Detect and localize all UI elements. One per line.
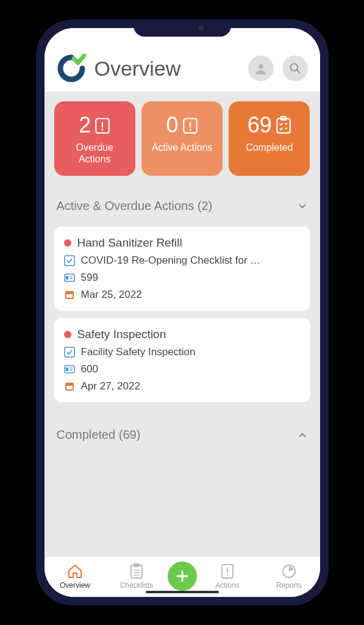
checkbox-icon	[64, 347, 75, 358]
home-indicator	[146, 591, 219, 593]
checklist-icon	[276, 116, 291, 134]
alert-icon	[95, 116, 110, 134]
svg-rect-15	[66, 276, 68, 280]
action-title: Hand Sanitizer Refill	[77, 236, 182, 250]
reports-icon	[280, 563, 298, 580]
stat-overdue-label: Overdue Actions	[59, 142, 130, 165]
section-completed-header[interactable]: Completed (69)	[54, 423, 310, 447]
phone-screen: Overview	[45, 28, 320, 597]
action-checklist: COVID-19 Re-Opening Checklist for …	[81, 255, 261, 267]
svg-rect-23	[65, 347, 74, 357]
id-icon	[64, 364, 75, 375]
nav-checklists-label: Checklists	[120, 581, 154, 590]
svg-rect-29	[66, 386, 73, 389]
alert-icon	[182, 116, 198, 134]
nav-checklists[interactable]: Checklists	[106, 563, 168, 590]
action-title: Safety Inspection	[77, 328, 166, 341]
stat-overdue[interactable]: 2 Overdue Actions	[54, 101, 135, 176]
action-card[interactable]: Safety Inspection Facility Safety Inspec…	[54, 318, 310, 402]
status-dot-icon	[64, 331, 71, 338]
search-button[interactable]	[282, 56, 308, 81]
checkbox-icon	[64, 255, 75, 266]
status-dot-icon	[64, 239, 71, 247]
home-icon	[66, 563, 84, 580]
nav-overview-label: Overview	[60, 581, 90, 590]
svg-point-5	[102, 129, 104, 131]
stat-overdue-count: 2	[79, 112, 91, 138]
stat-completed-label: Completed	[234, 142, 305, 153]
svg-point-8	[189, 129, 191, 131]
action-card[interactable]: Hand Sanitizer Refill COVID-19 Re-Openin…	[54, 226, 310, 311]
action-checklist: Facility Safety Inspection	[81, 346, 196, 358]
profile-button[interactable]	[248, 56, 274, 81]
nav-overview[interactable]: Overview	[45, 563, 106, 590]
action-id: 600	[81, 363, 98, 375]
section-active-overdue-title: Active & Overdue Actions (2)	[57, 199, 213, 213]
svg-rect-9	[277, 118, 290, 133]
content-area: 2 Overdue Actions 0	[45, 92, 320, 556]
action-id: 599	[81, 272, 98, 284]
nav-actions[interactable]: Actions	[197, 563, 259, 590]
section-completed-title: Completed (69)	[57, 428, 141, 442]
app-logo	[57, 54, 86, 83]
page-title: Overview	[95, 57, 240, 81]
stat-active-label: Active Actions	[146, 142, 218, 153]
section-active-overdue-header[interactable]: Active & Overdue Actions (2)	[54, 194, 310, 218]
search-icon	[289, 62, 301, 74]
stat-completed[interactable]: 69 Completed	[229, 101, 310, 176]
profile-icon	[254, 61, 268, 76]
svg-rect-13	[65, 256, 74, 266]
nav-actions-label: Actions	[215, 581, 239, 590]
stats-row: 2 Overdue Actions 0	[54, 101, 310, 176]
nav-reports-label: Reports	[276, 581, 302, 590]
phone-frame: Overview	[36, 20, 329, 605]
app-header: Overview	[45, 28, 320, 92]
calendar-icon	[64, 381, 75, 392]
actions-icon	[219, 563, 236, 580]
svg-line-2	[296, 70, 299, 73]
phone-notch	[134, 20, 231, 37]
svg-point-0	[259, 64, 263, 69]
checklist-icon	[128, 563, 145, 580]
chevron-up-icon	[297, 430, 308, 441]
svg-rect-25	[66, 367, 68, 371]
nav-reports[interactable]: Reports	[259, 563, 320, 590]
chevron-down-icon	[297, 201, 308, 212]
plus-icon	[175, 569, 190, 583]
add-button[interactable]	[168, 562, 197, 591]
svg-rect-19	[65, 291, 74, 294]
stat-completed-count: 69	[248, 112, 272, 138]
id-icon	[64, 272, 75, 283]
stat-active-count: 0	[166, 112, 178, 138]
stat-active[interactable]: 0 Active Actions	[141, 101, 223, 176]
svg-rect-30	[131, 565, 142, 578]
action-date: Mar 25, 2022	[81, 289, 142, 301]
svg-rect-20	[66, 294, 73, 298]
svg-point-39	[227, 574, 229, 576]
action-date: Apr 27, 2022	[81, 380, 140, 392]
calendar-icon	[64, 289, 75, 300]
